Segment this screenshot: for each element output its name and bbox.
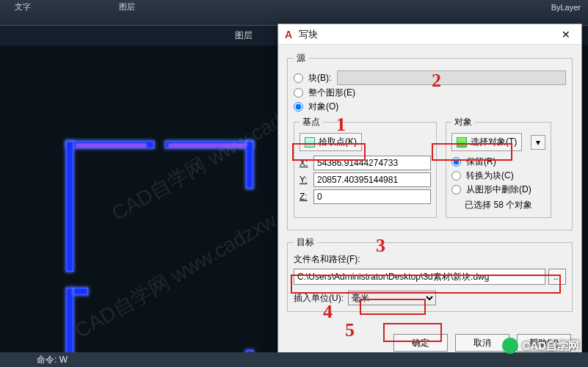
radio-convert[interactable] <box>451 171 461 181</box>
label-convert: 转换为块(C) <box>466 170 514 182</box>
wechat-icon <box>502 338 518 354</box>
source-group: 源 块(B): 整个图形(E) 对象(O) 基点 <box>287 52 573 230</box>
label-objects: 对象(O) <box>308 101 338 113</box>
source-legend: 源 <box>294 52 308 65</box>
dialog-title: 写块 <box>299 28 555 41</box>
browse-button[interactable]: ... <box>548 269 566 285</box>
ribbon-bylayer: ByLayer <box>551 3 581 12</box>
ribbon: 文字 图层 ByLayer <box>0 0 588 26</box>
basepoint-legend: 基点 <box>300 116 323 128</box>
wechat-watermark: CAD自学网 <box>502 338 580 354</box>
pick-point-label: 拾取点(K) <box>319 136 357 148</box>
dialog-titlebar[interactable]: A 写块 ✕ <box>278 24 581 45</box>
z-input[interactable] <box>313 189 431 204</box>
command-line[interactable]: 命令: W <box>0 352 588 367</box>
select-objects-label: 选择对象(T) <box>471 136 517 148</box>
pick-point-button[interactable]: 拾取点(K) <box>300 133 362 151</box>
label-entire: 整个图形(E) <box>308 87 355 99</box>
z-label: Z: <box>300 192 310 202</box>
objects-legend: 对象 <box>451 116 475 128</box>
write-block-dialog: A 写块 ✕ 源 块(B): 整个图形(E) 对象(O) 基点 <box>277 23 582 363</box>
floorplan <box>66 141 253 367</box>
x-input[interactable] <box>313 156 431 170</box>
autocad-icon: A <box>283 29 294 40</box>
panel-label-layer: 图层 <box>235 29 253 42</box>
select-objects-button[interactable]: 选择对象(T) <box>451 133 522 151</box>
wechat-text: CAD自学网 <box>523 339 580 353</box>
label-block: 块(B): <box>308 72 331 84</box>
path-label: 文件名和路径(F): <box>294 253 566 266</box>
unit-label: 插入单位(U): <box>294 292 344 305</box>
radio-retain[interactable] <box>451 157 461 167</box>
basepoint-group: 基点 拾取点(K) X: Y: Z: <box>294 116 437 218</box>
ribbon-text: 文字 <box>15 1 31 12</box>
radio-block[interactable] <box>294 73 303 83</box>
y-input[interactable] <box>313 172 431 187</box>
block-combo[interactable] <box>337 70 566 85</box>
close-icon[interactable]: ✕ <box>555 29 577 40</box>
ok-button[interactable]: 确定 <box>393 334 448 352</box>
quick-select-button[interactable]: ▾ <box>531 135 545 150</box>
selected-count: 已选择 58 个对象 <box>451 199 545 211</box>
funnel-icon: ▾ <box>536 137 540 148</box>
objects-group: 对象 选择对象(T) ▾ 保留(R) 转换为块(C) 从图形中删除(D) 已选择… <box>446 116 551 218</box>
x-label: X: <box>300 158 310 168</box>
pick-point-icon <box>305 137 315 148</box>
select-objects-icon <box>457 137 467 148</box>
radio-entire[interactable] <box>294 88 303 98</box>
target-group: 目标 文件名和路径(F): ... 插入单位(U): 毫米 <box>287 236 573 312</box>
label-delete: 从图形中删除(D) <box>466 184 531 196</box>
radio-delete[interactable] <box>451 185 461 195</box>
command-text: 命令: W <box>37 355 68 365</box>
path-input[interactable] <box>294 269 545 285</box>
unit-select[interactable]: 毫米 <box>348 291 436 305</box>
radio-objects[interactable] <box>294 102 303 112</box>
target-legend: 目标 <box>294 236 317 249</box>
y-label: Y: <box>300 175 310 185</box>
ribbon-layermgr: 图层 <box>119 1 135 12</box>
label-retain: 保留(R) <box>466 156 496 168</box>
